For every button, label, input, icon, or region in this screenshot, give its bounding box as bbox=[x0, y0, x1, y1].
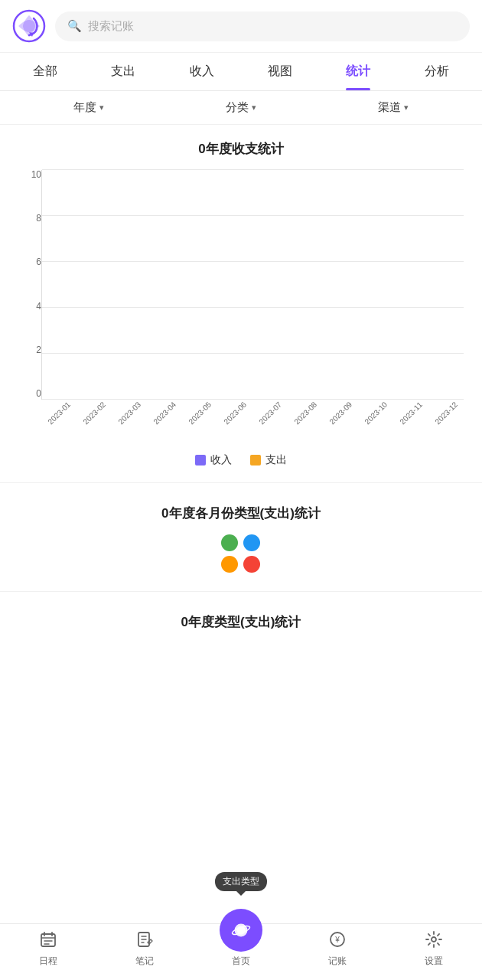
section2-title: 0年度各月份类型(支出)统计 bbox=[12, 505, 470, 522]
nav-home-label: 首页 bbox=[232, 955, 250, 968]
home-button[interactable] bbox=[220, 909, 262, 952]
chart-body bbox=[41, 170, 464, 400]
note-icon bbox=[135, 930, 154, 952]
section-monthly-type: 0年度各月份类型(支出)统计 bbox=[0, 489, 482, 585]
x-label: 2023-10 bbox=[363, 400, 389, 426]
filter-category-label: 分类 bbox=[226, 100, 249, 115]
svg-text:¥: ¥ bbox=[334, 936, 340, 944]
x-label: 2023-06 bbox=[222, 400, 248, 426]
y-label-2: 2 bbox=[18, 345, 41, 354]
tab-analysis[interactable]: 分析 bbox=[415, 53, 458, 90]
chart-area: 0 2 4 6 8 10 bbox=[18, 170, 464, 400]
chevron-down-icon: ▾ bbox=[99, 103, 104, 113]
filter-year[interactable]: 年度 ▾ bbox=[73, 100, 104, 115]
y-label-0: 0 bbox=[18, 389, 41, 398]
filter-category[interactable]: 分类 ▾ bbox=[226, 100, 256, 115]
filter-year-label: 年度 bbox=[73, 100, 96, 115]
search-icon: 🔍 bbox=[67, 19, 82, 33]
chevron-down-icon: ▾ bbox=[252, 103, 256, 113]
section1-title: 0年度收支统计 bbox=[12, 140, 470, 158]
search-placeholder: 搜索记账 bbox=[88, 19, 134, 34]
ledger-icon: ¥ bbox=[328, 930, 347, 952]
y-label-6: 6 bbox=[18, 257, 41, 266]
nav-tabs: 全部 支出 收入 视图 统计 分析 bbox=[0, 53, 482, 91]
loading-dots bbox=[12, 534, 470, 573]
dot-green bbox=[221, 534, 238, 551]
nav-schedule[interactable]: 日程 bbox=[18, 930, 79, 968]
chart-legend: 收入 支出 bbox=[18, 453, 464, 467]
home-tooltip: 支出类型 bbox=[215, 872, 267, 891]
tab-expense[interactable]: 支出 bbox=[102, 53, 145, 90]
filter-bar: 年度 ▾ 分类 ▾ 渠道 ▾ bbox=[0, 91, 482, 125]
header: 🔍 搜索记账 bbox=[0, 0, 482, 53]
section3-title: 0年度类型(支出)统计 bbox=[12, 613, 470, 631]
nav-home[interactable]: 支出类型 首页 bbox=[210, 909, 272, 968]
chart-container: 0 2 4 6 8 10 2023-01 2023-02 2023-0 bbox=[12, 170, 470, 467]
tab-stats[interactable]: 统计 bbox=[337, 53, 379, 90]
x-label: 2023-09 bbox=[327, 400, 353, 426]
legend-income-label: 收入 bbox=[210, 453, 232, 467]
legend-expense-dot bbox=[250, 455, 261, 466]
legend-expense: 支出 bbox=[250, 453, 287, 467]
svg-point-17 bbox=[432, 937, 436, 942]
x-label: 2023-03 bbox=[116, 400, 142, 426]
section-annual-chart: 0年度收支统计 0 2 4 6 8 10 bbox=[0, 125, 482, 476]
x-label: 2023-04 bbox=[151, 400, 177, 426]
bottom-spacer bbox=[0, 649, 482, 741]
y-axis: 0 2 4 6 8 10 bbox=[18, 170, 41, 400]
x-label: 2023-08 bbox=[292, 400, 318, 426]
tab-all[interactable]: 全部 bbox=[24, 53, 67, 90]
nav-note-label: 笔记 bbox=[135, 955, 154, 968]
schedule-icon bbox=[39, 930, 57, 952]
bottom-nav: 日程 笔记 支出类型 首页 bbox=[0, 923, 482, 980]
x-label: 2023-02 bbox=[81, 400, 107, 426]
divider-1 bbox=[0, 482, 482, 483]
search-bar[interactable]: 🔍 搜索记账 bbox=[55, 11, 470, 41]
legend-income: 收入 bbox=[195, 453, 232, 467]
nav-settings[interactable]: 设置 bbox=[403, 930, 464, 968]
section-annual-type: 0年度类型(支出)统计 bbox=[0, 598, 482, 649]
filter-channel[interactable]: 渠道 ▾ bbox=[378, 100, 409, 115]
dots-grid bbox=[221, 534, 261, 573]
x-label: 2023-01 bbox=[46, 400, 72, 426]
x-label: 2023-12 bbox=[433, 400, 459, 426]
chevron-down-icon: ▾ bbox=[404, 103, 409, 113]
nav-note[interactable]: 笔记 bbox=[114, 930, 175, 968]
nav-settings-label: 设置 bbox=[425, 955, 443, 968]
y-label-10: 10 bbox=[18, 170, 41, 179]
nav-schedule-label: 日程 bbox=[39, 955, 57, 968]
x-label: 2023-05 bbox=[187, 400, 213, 426]
filter-channel-label: 渠道 bbox=[378, 100, 401, 115]
x-label: 2023-11 bbox=[398, 400, 424, 426]
legend-income-dot bbox=[195, 455, 206, 466]
dot-blue bbox=[243, 534, 260, 551]
dot-orange bbox=[221, 556, 238, 573]
settings-icon bbox=[425, 930, 443, 952]
x-axis-labels: 2023-01 2023-02 2023-03 2023-04 2023-05 … bbox=[41, 406, 464, 444]
tab-income[interactable]: 收入 bbox=[181, 53, 223, 90]
app-logo[interactable] bbox=[12, 9, 46, 43]
x-label: 2023-07 bbox=[257, 400, 283, 426]
dot-red bbox=[243, 556, 260, 573]
legend-expense-label: 支出 bbox=[265, 453, 287, 467]
y-label-4: 4 bbox=[18, 302, 41, 311]
tab-view[interactable]: 视图 bbox=[259, 53, 301, 90]
nav-ledger-label: 记账 bbox=[328, 955, 347, 968]
y-label-8: 8 bbox=[18, 214, 41, 223]
divider-2 bbox=[0, 591, 482, 592]
nav-ledger[interactable]: ¥ 记账 bbox=[307, 930, 368, 968]
